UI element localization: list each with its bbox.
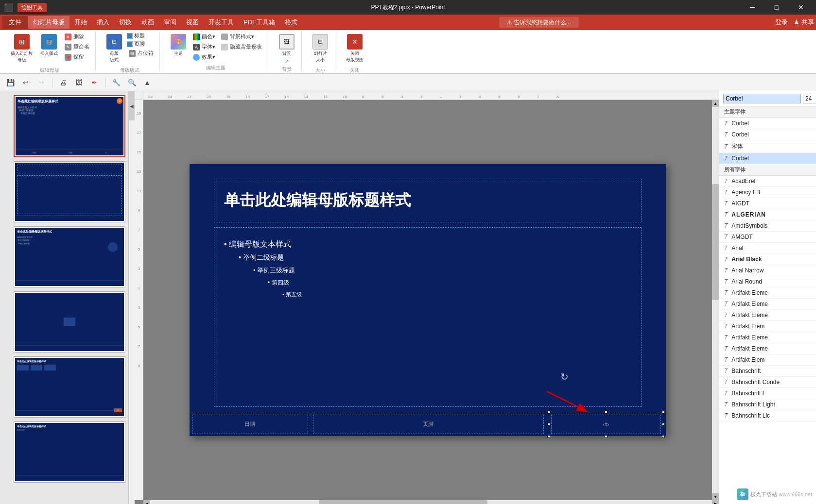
print-button[interactable]: 🖨 [57, 76, 69, 89]
font-arial-black[interactable]: T Arial Black [719, 254, 816, 265]
slide-thumb-6[interactable]: 6 单击此处编辑母版标题样式 内容示例 [3, 421, 125, 483]
maximize-button[interactable]: □ [765, 0, 788, 15]
font-algerian[interactable]: T ALGERIAN [719, 209, 816, 220]
rename-button[interactable]: ✎ 重命名 [63, 42, 91, 51]
slide-thumb-5[interactable]: 5 单击此处编辑母版标题样式 ⊞ [3, 356, 125, 418]
font-amdt[interactable]: T AmdtSymbols [719, 220, 816, 232]
save-button[interactable]: 💾 [4, 76, 17, 89]
master-layout-button[interactable]: ⊟ 母版版式 [104, 32, 125, 65]
close-master-view-button[interactable]: ✕ 关闭母版视图 [343, 32, 366, 65]
slide-size-button[interactable]: ⊟ 幻灯片大小 [310, 32, 331, 65]
insert-layout-button[interactable]: ⊟ 插入版式 [37, 32, 61, 59]
menu-insert[interactable]: 插入 [92, 16, 114, 29]
zoom-button[interactable]: 🔍 [125, 76, 138, 89]
font-bahnschrift-lic[interactable]: T Bahnschrift Lic [719, 410, 816, 421]
slide-thumb-1[interactable]: 1 单击此处编辑母版标题样式 编辑母版文本样式 举例二级标题 举例三级标题 日期… [3, 95, 125, 157]
footer-num[interactable]: ‹#› [551, 415, 661, 434]
slide-content-box[interactable]: • 编辑母版文本样式 • 举例二级标题 • 举例三级标题 • 第四级 • 第五级 [214, 227, 642, 407]
menu-pdf[interactable]: PDF工具箱 [239, 16, 280, 29]
scroll-up-button[interactable]: ▲ [712, 100, 719, 107]
slide-title-box[interactable]: 单击此处编辑母版标题样式 [214, 179, 642, 222]
panel-collapse-button[interactable]: ◀ [129, 91, 135, 120]
font-aigdt[interactable]: T AIGDT [719, 198, 816, 209]
scroll-track-h[interactable] [150, 500, 712, 504]
font-artifakt-4[interactable]: T Artifakt Elem [719, 321, 816, 332]
slide-thumb-2[interactable]: 2 [3, 161, 125, 222]
font-panel: B I U ≡ ≡ 主题字体 T Corbel T Corbel T 宋体 T … [719, 91, 816, 504]
font-arial-round[interactable]: T Arial Round [719, 276, 816, 287]
font-bahnschrift-l[interactable]: T Bahnschrift L [719, 388, 816, 399]
svg-text:4: 4 [479, 95, 481, 99]
theme-button[interactable]: 🎨 主题 [168, 32, 189, 59]
effects-button[interactable]: 效果▾ [191, 52, 217, 62]
background-button[interactable]: 🖼 背景 [276, 32, 297, 59]
search-box[interactable]: ⚠ 告诉我您想要做什么... [499, 17, 579, 28]
menu-review[interactable]: 审阅 [159, 16, 181, 29]
menu-slidemaster[interactable]: 幻灯片母版 [28, 16, 69, 29]
background-expand[interactable]: ↗ [285, 59, 289, 64]
minimize-button[interactable]: ─ [741, 0, 764, 15]
font-artifakt-3[interactable]: T Artifakt Eleme [719, 310, 816, 321]
font-bahnschrift-cond[interactable]: T Bahnschrift Conde [719, 377, 816, 388]
font-agency[interactable]: T Agency FB [719, 187, 816, 198]
horizontal-scrollbar[interactable]: ◀ ▶ [143, 500, 719, 504]
placeholder-button[interactable]: ⊞ 占位符 [127, 49, 156, 58]
slide-canvas[interactable]: 单击此处编辑母版标题样式 • 编辑母版文本样式 • 举例二级标题 • 举例三级标… [143, 100, 712, 500]
undo-button[interactable]: ↩ [19, 76, 32, 89]
font-amgdt[interactable]: T AMGDT [719, 232, 816, 243]
redo-button[interactable]: ↪ [35, 76, 48, 89]
font-button[interactable]: A 字体▾ [191, 42, 217, 51]
font-corbel-selected[interactable]: T Corbel [719, 153, 816, 164]
font-bahnschrift[interactable]: T Bahnschrift [719, 366, 816, 377]
format-button[interactable]: 🔧 [110, 76, 122, 89]
menu-view[interactable]: 视图 [181, 16, 204, 29]
vertical-scrollbar[interactable]: ▲ ▼ [712, 100, 719, 500]
login-button[interactable]: 登录 [775, 18, 788, 27]
font-artifakt-7[interactable]: T Artifakt Elem [719, 354, 816, 366]
image-button[interactable]: 🖼 [72, 76, 85, 89]
menu-file[interactable]: 文件 [2, 16, 28, 29]
delete-button[interactable]: ✕ 删除 [63, 32, 91, 41]
font-artifakt-5[interactable]: T Artifakt Eleme [719, 332, 816, 343]
share-button[interactable]: ♟ 共享 [794, 18, 814, 27]
menu-transitions[interactable]: 切换 [114, 16, 137, 29]
menu-animations[interactable]: 动画 [137, 16, 159, 29]
menu-developer[interactable]: 开发工具 [204, 16, 239, 29]
bg-style-button[interactable]: 背景样式▾ [219, 32, 264, 41]
font-arial[interactable]: T Arial [719, 243, 816, 254]
pen-button[interactable]: ✒ [88, 76, 101, 89]
slide-thumb-3[interactable]: 3 单击此处编辑母版标题样式 编辑母版文本样式 举例二级标题 举例三级标题 [3, 226, 125, 287]
scroll-left-button[interactable]: ◀ [143, 500, 150, 504]
color-button[interactable]: 颜色▾ [191, 32, 217, 41]
scroll-right-button[interactable]: ▶ [712, 500, 719, 504]
font-corbel-1[interactable]: T Corbel [719, 118, 816, 129]
font-artifakt-2[interactable]: T Artifakt Eleme [719, 299, 816, 310]
footer-date[interactable]: 日期 [192, 415, 308, 434]
preserve-button[interactable]: 📌 保留 [63, 52, 91, 62]
hide-bg-button[interactable]: 隐藏背景形状 [219, 42, 264, 51]
scroll-track-v[interactable] [712, 107, 719, 493]
font-name-input[interactable] [723, 94, 801, 103]
title-checkbox[interactable]: 标题 [127, 32, 156, 39]
font-size-input[interactable] [803, 94, 816, 103]
shapes-button[interactable]: ▲ [141, 76, 154, 89]
font-artifakt-1[interactable]: T Artifakt Eleme [719, 287, 816, 299]
footer-page[interactable]: 页脚 [313, 415, 544, 434]
slide-thumb-4[interactable]: 4 [3, 291, 125, 353]
scroll-down-button[interactable]: ▼ [712, 493, 719, 500]
menu-home[interactable]: 开始 [69, 16, 92, 29]
font-songti[interactable]: T 宋体 [719, 140, 816, 153]
font-arial-narrow[interactable]: T Arial Narrow [719, 265, 816, 276]
ruler-row: 26 24 22 20 19 18 17 16 14 12 10 8 6 4 2… [135, 91, 719, 100]
font-bahnschrift-light[interactable]: T Bahnschrift Light [719, 399, 816, 410]
font-artifakt-6[interactable]: T Artifakt Eleme [719, 343, 816, 354]
menu-format[interactable]: 格式 [280, 16, 302, 29]
scroll-thumb-v[interactable] [712, 184, 719, 300]
font-icon-arial-round: T [724, 278, 728, 285]
insert-slide-master-button[interactable]: ⊞ 插入幻灯片母版 [8, 32, 35, 65]
font-corbel-2[interactable]: T Corbel [719, 129, 816, 140]
footer-checkbox[interactable]: 页脚 [127, 40, 156, 48]
scroll-thumb-h[interactable] [319, 500, 487, 504]
close-button[interactable]: ✕ [790, 0, 812, 15]
font-acadEref[interactable]: T AcadEref [719, 176, 816, 187]
